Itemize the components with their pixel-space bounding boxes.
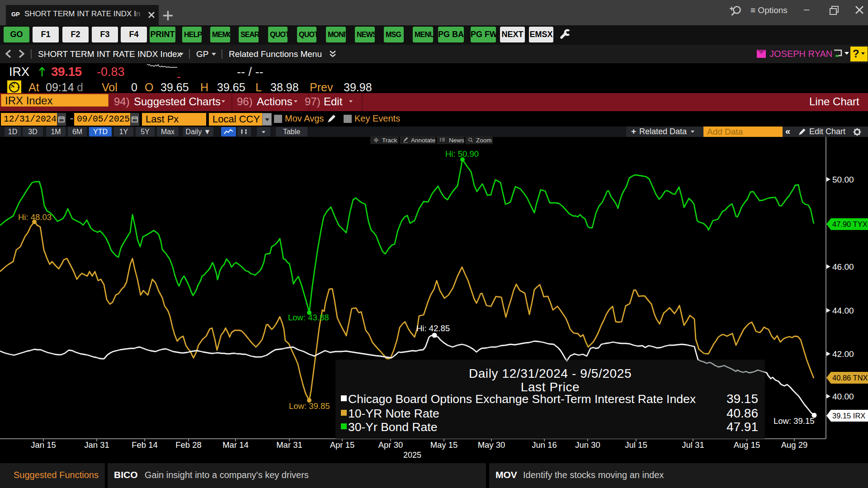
svg-text:39.15: 39.15 xyxy=(726,392,758,406)
svg-text:2025: 2025 xyxy=(403,450,421,460)
svg-text:10-YR Note Rate: 10-YR Note Rate xyxy=(348,407,439,420)
svg-text:Mar 31: Mar 31 xyxy=(276,440,302,450)
svg-text:Annotate: Annotate xyxy=(411,137,435,144)
svg-text:47.90 TYX: 47.90 TYX xyxy=(832,220,868,228)
svg-text:Daily 12/31/2024 - 9/5/2025: Daily 12/31/2024 - 9/5/2025 xyxy=(469,366,632,380)
svg-text:Apr 30: Apr 30 xyxy=(378,440,403,450)
svg-text:40.00: 40.00 xyxy=(832,392,854,401)
svg-text:Hi: 48.03: Hi: 48.03 xyxy=(18,212,52,222)
svg-text:Jul 15: Jul 15 xyxy=(625,440,647,450)
svg-text:Feb 14: Feb 14 xyxy=(132,440,158,450)
svg-text:Mar 14: Mar 14 xyxy=(222,440,249,450)
svg-text:50.00: 50.00 xyxy=(832,175,854,184)
svg-text:Zoom: Zoom xyxy=(476,137,492,144)
svg-text:May 30: May 30 xyxy=(478,440,505,450)
svg-text:Hi: 42.85: Hi: 42.85 xyxy=(416,324,450,333)
svg-text:40.86: 40.86 xyxy=(726,406,758,420)
svg-text:Low: 39.85: Low: 39.85 xyxy=(289,401,330,411)
svg-text:News: News xyxy=(449,137,464,144)
svg-text:Jun 30: Jun 30 xyxy=(575,440,600,450)
svg-text:44.00: 44.00 xyxy=(832,306,854,315)
svg-text:Feb 28: Feb 28 xyxy=(175,440,202,450)
svg-text:Low: 43.88: Low: 43.88 xyxy=(288,313,329,322)
svg-text:Chicago Board Options Exchange: Chicago Board Options Exchange Short-Ter… xyxy=(348,392,696,406)
svg-text:30-Yr Bond Rate: 30-Yr Bond Rate xyxy=(348,420,437,434)
svg-text:Track: Track xyxy=(382,137,397,144)
svg-text:46.00: 46.00 xyxy=(832,262,854,272)
svg-text:Aug 15: Aug 15 xyxy=(734,440,760,450)
svg-text:Jan 31: Jan 31 xyxy=(84,440,109,450)
svg-text:May 15: May 15 xyxy=(430,440,458,450)
svg-text:Hi: 50.90: Hi: 50.90 xyxy=(445,149,479,159)
svg-text:39.15 IRX: 39.15 IRX xyxy=(832,412,865,420)
svg-text:Jul 31: Jul 31 xyxy=(682,440,704,450)
svg-text:40.86 TNX: 40.86 TNX xyxy=(832,374,868,382)
svg-text:Low: 39.15: Low: 39.15 xyxy=(774,416,815,426)
svg-text:47.91: 47.91 xyxy=(726,420,758,434)
svg-text:Jun 16: Jun 16 xyxy=(532,440,557,450)
svg-text:Jan 15: Jan 15 xyxy=(31,440,56,450)
svg-text:Apr 15: Apr 15 xyxy=(330,440,355,450)
svg-text:Aug 29: Aug 29 xyxy=(781,440,808,450)
svg-text:42.00: 42.00 xyxy=(832,349,854,359)
